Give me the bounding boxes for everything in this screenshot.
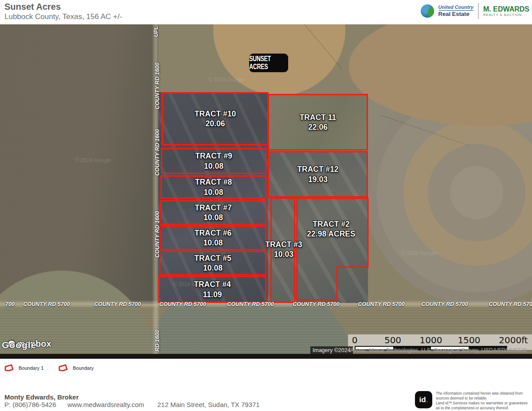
- road-label-upland: UPL: [153, 24, 159, 41]
- landid-logo-text: id: [419, 395, 426, 404]
- tract-2-boundary: [0, 24, 532, 359]
- road-label-cr5700: COUNTY RD 5700: [158, 301, 207, 307]
- landid-logo-dot: .: [426, 395, 428, 404]
- broker-address: 212 Main Street, Sudan, TX 79371: [157, 401, 260, 408]
- united-country-globe-icon: [421, 4, 434, 18]
- map-canvas[interactable]: © 2024 Google © 2024 Google © 2024 Googl…: [0, 24, 532, 359]
- road-label-cr5700: COUNTY RD 5700: [357, 301, 406, 307]
- medwards-name: M. EDWARDS: [483, 5, 529, 13]
- road-label-cr5700: COUNTY RD 5700: [488, 301, 532, 307]
- footer: Monty Edwards, Broker P: (806)786-5426 w…: [0, 377, 532, 411]
- road-label-cr1600: COUNTY RD 1600: [154, 128, 160, 177]
- broker-website: www.medwardsrealty.com: [67, 401, 144, 408]
- tract-2-label: TRACT #222.98 ACRES: [289, 219, 373, 239]
- google-logo[interactable]: Google: [2, 340, 36, 350]
- legend-label: Boundary: [73, 365, 94, 371]
- scale-tick-2000ft: 2000ft: [499, 335, 528, 345]
- page-subtitle: Lubbock County, Texas, 156 AC +/-: [4, 12, 122, 21]
- united-country-realestate: Real Estate: [438, 10, 473, 17]
- scale-tick-1000: 1000: [420, 335, 442, 345]
- united-country-logo: United Country Real Estate: [438, 5, 473, 17]
- united-country-name: United Country: [438, 5, 473, 10]
- legend-item-boundary1: Boundary 1: [4, 364, 43, 372]
- road-label-cr5700: COUNTY RD 5700: [93, 301, 142, 307]
- legend-label: Boundary 1: [19, 365, 43, 371]
- scale-tick-0: 0: [352, 335, 358, 345]
- legend: Boundary 1 Boundary: [0, 359, 532, 377]
- road-label-cr1600: COUNTY RD 1600: [154, 62, 160, 110]
- road-label-cr5700: COUNTY RD 5700: [292, 301, 340, 307]
- road-label-cr5700: COUNTY RD 5700: [226, 301, 275, 307]
- logo-divider: [478, 3, 479, 19]
- broker-name: Monty Edwards, Broker: [4, 393, 79, 401]
- brand-logos: United Country Real Estate M. EDWARDS RE…: [421, 3, 529, 19]
- landid-logo: id.: [415, 391, 432, 408]
- broker-phone: P: (806)786-5426: [4, 401, 56, 408]
- flyer-page: Sunset Acres Lubbock County, Texas, 156 …: [0, 0, 532, 411]
- landid-block: id. The information contained herein was…: [415, 391, 528, 411]
- medwards-logo: M. EDWARDS REALTY & AUCTION: [483, 5, 529, 17]
- road-label-cr1600: COUNTY RD 1600: [154, 210, 160, 259]
- boundary-polygon-icon: [58, 364, 68, 372]
- legend-item-boundary: Boundary: [58, 364, 94, 372]
- scale-tick-1500: 1500: [458, 335, 481, 345]
- road-label-cr5700: COUNTY RD 5700: [22, 301, 71, 307]
- imagery-attribution-sources: Airbus, Maxar Technologies, U.S. Geologi…: [350, 346, 526, 355]
- property-name-text: SUNSET ACRES: [249, 55, 288, 71]
- property-name-badge: SUNSET ACRES: [249, 54, 288, 72]
- road-label-cr5700: COUNTY RD 5700: [420, 301, 469, 307]
- tract-3-label: TRACT #310.03: [253, 240, 315, 260]
- road-label-cr1600-partial: RD 1600: [154, 327, 160, 354]
- scale-tick-500: 500: [384, 335, 401, 345]
- imagery-attribution-prefix: Imagery ©2024: [310, 346, 353, 355]
- medwards-subtitle: REALTY & AUCTION: [483, 13, 529, 17]
- boundary-polygon-icon: [4, 364, 14, 372]
- road-label-cr5700-partial: 700: [0, 301, 20, 307]
- header: Sunset Acres Lubbock County, Texas, 156 …: [0, 0, 532, 24]
- disclaimer-text: The information contained herein was obt…: [436, 391, 528, 411]
- page-title: Sunset Acres: [4, 2, 61, 12]
